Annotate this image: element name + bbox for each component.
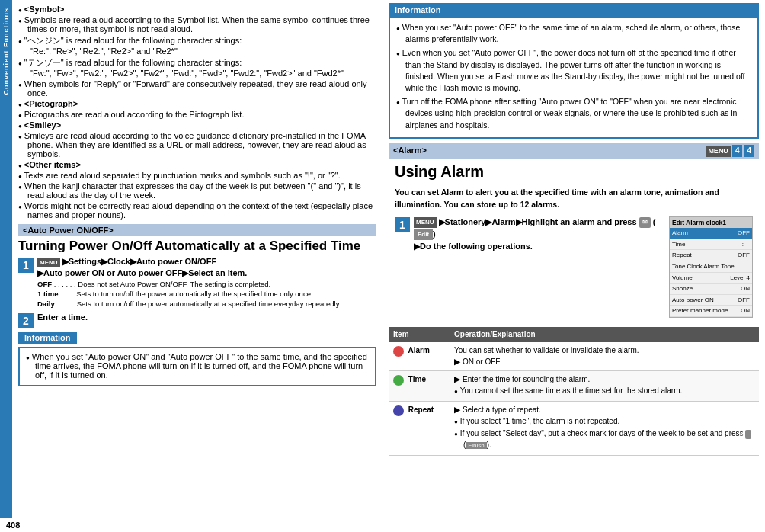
time-op-list: You cannot set the same time as the time…	[454, 386, 754, 397]
list-item: Even when you set "Auto power OFF", the …	[396, 47, 751, 94]
time-item-icon	[393, 375, 404, 386]
screenshot-row-snooze: Snooze ON	[670, 284, 752, 295]
step-2-content: Enter a time.	[37, 312, 376, 323]
screenshot-row-time: Time —:—	[670, 239, 752, 251]
table-row: Alarm You can set whether to validate or…	[389, 342, 759, 371]
ss-value: OFF	[738, 251, 750, 260]
list-item: Turn off the FOMA phone after setting "A…	[396, 96, 751, 131]
list-item: Pictographs are read aloud according to …	[18, 110, 376, 119]
alarm-menu-icon: MENU	[414, 217, 437, 228]
screenshot-row-repeat: Repeat OFF	[670, 250, 752, 261]
screenshot-title: Edit Alarm clock1	[670, 217, 752, 228]
badge-4-1: 4	[732, 145, 743, 158]
repeat-item-icon	[393, 405, 404, 416]
onetime-option: 1 time . . . . Sets to turn on/off the p…	[37, 290, 376, 298]
symbol-list: <Symbol> Symbols are read aloud accordin…	[18, 5, 376, 220]
right-info-wrapper: Information When you set "Auto power OFF…	[382, 0, 765, 139]
table-row: Repeat ▶Select a type of repeat. If you …	[389, 402, 759, 456]
alarm-operations-table: Item Operation/Explanation Alarm You can…	[389, 327, 759, 457]
op-text: ▶Enter the time for sounding the alarm.	[454, 374, 754, 386]
right-info-bar: Information	[389, 3, 759, 18]
ss-label: Prefer manner mode	[672, 306, 728, 316]
op-text: ▶Select a type of repeat.	[454, 405, 754, 416]
alarm-item-label: Alarm	[408, 346, 429, 354]
step-2-text: Enter a time.	[37, 312, 376, 322]
send-button-icon: ✉	[639, 217, 651, 228]
right-info-list: When you set "Auto power OFF" to the sam…	[396, 22, 751, 131]
op-text: You can set whether to validate or inval…	[454, 345, 754, 357]
table-row: Time ▶Enter the time for sounding the al…	[389, 371, 759, 402]
step-1-path: MENU ▶Settings▶Clock▶Auto power ON/OFF	[37, 257, 376, 267]
ss-value: ON	[741, 306, 750, 316]
list-item: Symbols are read aloud according to the …	[18, 15, 376, 34]
ss-label: Tone Clock Alarm Tone	[672, 262, 735, 271]
alarm-header-label: <Alarm>	[393, 145, 427, 157]
step-1-number: 1	[18, 258, 34, 273]
off-option: OFF . . . . . . Does not set Auto Power …	[37, 280, 376, 288]
left-info-list: When you set "Auto power ON" and "Auto p…	[26, 352, 369, 380]
ss-value: Level 4	[730, 274, 750, 283]
badge-4-2: 4	[744, 145, 754, 158]
item-cell-time: Time	[389, 371, 450, 402]
list-item: If you select "Select day", put a check …	[454, 428, 754, 450]
alarm-section: <Alarm> MENU 4 4 Using Alarm You can set…	[382, 143, 765, 457]
ss-value: —:—	[736, 240, 750, 249]
repeat-item-label: Repeat	[408, 405, 434, 414]
step-1-content: MENU ▶Settings▶Clock▶Auto power ON/OFF ▶…	[37, 257, 376, 309]
list-item: Texts are read aloud separated by punctu…	[18, 171, 376, 180]
list-item: "テンゾー" is read aloud for the following c…	[18, 57, 376, 78]
step-1-sub: ▶Auto power ON or Auto power OFF▶Select …	[37, 268, 376, 278]
ss-value: ON	[741, 284, 750, 293]
list-item: When you set "Auto power OFF" to the sam…	[396, 22, 751, 45]
list-item: <Symbol>	[18, 5, 376, 14]
list-item: Smileys are read aloud according to the …	[18, 131, 376, 159]
ss-label: Alarm	[672, 229, 688, 238]
list-item: You cannot set the same time as the time…	[454, 386, 754, 397]
list-item: <Smiley>	[18, 120, 376, 130]
left-content: <Symbol> Symbols are read aloud accordin…	[12, 0, 382, 518]
ss-label: Volume	[672, 274, 693, 283]
list-item: If you select "1 time", the alarm is not…	[454, 416, 754, 428]
ss-label: Repeat	[672, 251, 692, 260]
alarm-header-badges: MENU 4 4	[706, 145, 754, 158]
step-1: 1 MENU ▶Settings▶Clock▶Auto power ON/OFF…	[18, 257, 376, 309]
item-cell-alarm: Alarm	[389, 342, 450, 371]
item-cell-repeat: Repeat	[389, 402, 450, 456]
table-header-item: Item	[389, 327, 450, 343]
repeat-op-list: If you select "1 time", the alarm is not…	[454, 416, 754, 451]
alarm-big-heading: Using Alarm	[389, 159, 759, 185]
ss-label: Auto power ON	[672, 296, 714, 305]
list-item: <Pictograph>	[18, 99, 376, 108]
ss-label: Snooze	[672, 284, 693, 293]
operation-cell-repeat: ▶Select a type of repeat. If you select …	[450, 402, 759, 456]
right-panel: Information When you set "Auto power OFF…	[382, 0, 765, 518]
alarm-step-1-content: Edit Alarm clock1 Alarm OFF Time —:— Rep…	[414, 216, 753, 321]
table-header-operation: Operation/Explanation	[450, 327, 759, 343]
info-box-label: Information	[18, 332, 77, 344]
main-container: Convenient Functions <Symbol> Symbols ar…	[0, 0, 765, 518]
list-item: <Other items>	[18, 160, 376, 169]
op-sub: ▶ON or OFF	[454, 357, 754, 368]
step-2: 2 Enter a time.	[18, 312, 376, 328]
alarm-screenshot: Edit Alarm clock1 Alarm OFF Time —:— Rep…	[669, 216, 753, 318]
right-info-block: When you set "Auto power OFF" to the sam…	[389, 18, 759, 139]
operation-cell-alarm: You can set whether to validate or inval…	[450, 342, 759, 371]
alarm-step-1-number: 1	[395, 217, 410, 232]
ss-value: OFF	[738, 229, 750, 238]
time-item-label: Time	[408, 375, 426, 383]
alarm-description: You can set Alarm to alert you at the sp…	[389, 185, 759, 213]
step-1-path-text: ▶Settings▶Clock▶Auto power ON/OFF	[62, 257, 216, 266]
screenshot-row-alarm: Alarm OFF	[670, 228, 752, 239]
op-arrow: ▶	[454, 357, 460, 366]
daily-option: Daily . . . . . Sets to turn on/off the …	[37, 300, 376, 308]
op-arrow: ▶	[454, 375, 460, 383]
page-number: 408	[0, 518, 765, 532]
screenshot-row-tone: Tone Clock Alarm Tone	[670, 261, 752, 273]
alarm-item-icon	[393, 346, 404, 357]
list-item: Words might not be correctly read aloud …	[18, 201, 376, 220]
sidebar-label: Convenient Functions	[2, 8, 10, 95]
op-arrow: ▶	[454, 405, 460, 414]
screenshot-row-manner: Prefer manner mode ON	[670, 306, 752, 317]
auto-power-title: Turning Power On/Off Automatically at a …	[18, 239, 376, 254]
finish-button: Finish	[466, 442, 486, 449]
